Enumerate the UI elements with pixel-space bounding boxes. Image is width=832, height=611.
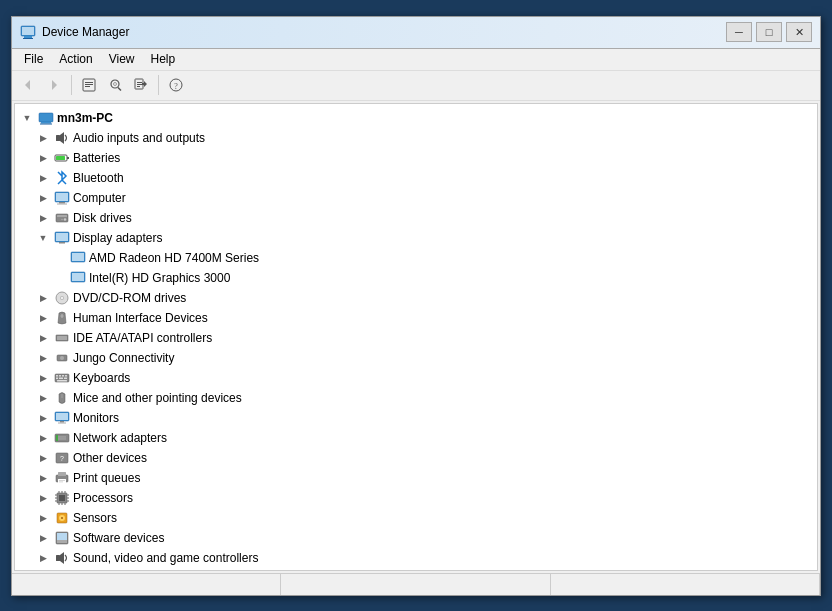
device-tree[interactable]: ▼ mn3m-PC ▶ (14, 103, 818, 571)
tree-item-disk[interactable]: ▶ Disk drives (15, 208, 817, 228)
svg-rect-63 (58, 422, 66, 423)
svg-rect-94 (57, 540, 67, 543)
computer-label: Computer (73, 191, 126, 205)
menu-help[interactable]: Help (143, 50, 184, 68)
menu-action[interactable]: Action (51, 50, 100, 68)
batteries-expander[interactable]: ▶ (35, 150, 51, 166)
tree-item-network[interactable]: ▶ Network adapters (15, 428, 817, 448)
software-icon (54, 530, 70, 546)
tree-item-sound[interactable]: ▶ Sound, video and game controllers (15, 548, 817, 568)
maximize-button[interactable]: □ (756, 22, 782, 42)
processors-expander[interactable]: ▶ (35, 490, 51, 506)
tree-item-jungo[interactable]: ▶ Jungo Connectivity (15, 348, 817, 368)
svg-marker-5 (52, 80, 57, 90)
sensors-expander[interactable]: ▶ (35, 510, 51, 526)
svg-rect-72 (58, 479, 66, 483)
status-segment-2 (281, 574, 550, 595)
svg-rect-38 (72, 253, 84, 261)
svg-rect-22 (56, 135, 60, 141)
forward-button[interactable] (42, 73, 66, 97)
intel-icon (70, 270, 86, 286)
toolbar-separator-1 (71, 75, 72, 95)
window-title: Device Manager (42, 25, 726, 39)
minimize-button[interactable]: ─ (726, 22, 752, 42)
properties-button[interactable] (77, 73, 101, 97)
bluetooth-icon (54, 170, 70, 186)
menu-file[interactable]: File (16, 50, 51, 68)
print-expander[interactable]: ▶ (35, 470, 51, 486)
tree-item-dvd[interactable]: ▶ DVD/CD-ROM drives (15, 288, 817, 308)
tree-item-software[interactable]: ▶ Software devices (15, 528, 817, 548)
computer-icon (54, 190, 70, 206)
mice-label: Mice and other pointing devices (73, 391, 242, 405)
root-expander[interactable]: ▼ (19, 110, 35, 126)
help-button[interactable]: ? (164, 73, 188, 97)
amd-label: AMD Radeon HD 7400M Series (89, 251, 259, 265)
batteries-icon (54, 150, 70, 166)
svg-rect-36 (59, 242, 65, 244)
svg-rect-51 (56, 375, 58, 377)
jungo-expander[interactable]: ▶ (35, 350, 51, 366)
computer-expander[interactable]: ▶ (35, 190, 51, 206)
tree-item-sensors[interactable]: ▶ Sensors (15, 508, 817, 528)
monitors-icon (54, 410, 70, 426)
tree-item-mice[interactable]: ▶ Mice and other pointing devices (15, 388, 817, 408)
svg-point-91 (61, 517, 63, 519)
device-manager-window: Device Manager ─ □ ✕ File Action View He… (11, 16, 821, 596)
network-expander[interactable]: ▶ (35, 430, 51, 446)
back-button[interactable] (16, 73, 40, 97)
display-expander[interactable]: ▼ (35, 230, 51, 246)
tree-item-amd[interactable]: ▶ AMD Radeon HD 7400M Series (15, 248, 817, 268)
tree-item-storage[interactable]: ▶ Storage controllers (15, 568, 817, 571)
svg-point-33 (61, 218, 63, 220)
tree-item-bluetooth[interactable]: ▶ Bluetooth (15, 168, 817, 188)
mice-icon (54, 390, 70, 406)
svg-rect-2 (23, 38, 33, 39)
tree-item-other[interactable]: ▶ ? Other devices (15, 448, 817, 468)
batteries-label: Batteries (73, 151, 120, 165)
disk-expander[interactable]: ▶ (35, 210, 51, 226)
dvd-expander[interactable]: ▶ (35, 290, 51, 306)
amd-icon (70, 250, 86, 266)
tree-item-ide[interactable]: ▶ IDE ATA/ATAPI controllers (15, 328, 817, 348)
svg-point-32 (64, 218, 66, 220)
title-bar: Device Manager ─ □ ✕ (12, 17, 820, 49)
keyboards-expander[interactable]: ▶ (35, 370, 51, 386)
tree-item-print[interactable]: ▶ Print queues (15, 468, 817, 488)
app-icon (20, 24, 36, 40)
ide-expander[interactable]: ▶ (35, 330, 51, 346)
svg-rect-73 (59, 480, 65, 481)
network-label: Network adapters (73, 431, 167, 445)
svg-rect-15 (137, 84, 142, 85)
svg-rect-24 (67, 157, 69, 159)
sound-expander[interactable]: ▶ (35, 550, 51, 566)
tree-item-monitors[interactable]: ▶ Monitors (15, 408, 817, 428)
storage-expander[interactable]: ▶ (35, 570, 51, 571)
mice-expander[interactable]: ▶ (35, 390, 51, 406)
monitors-expander[interactable]: ▶ (35, 410, 51, 426)
tree-item-root[interactable]: ▼ mn3m-PC (15, 108, 817, 128)
svg-rect-25 (56, 156, 65, 160)
tree-item-batteries[interactable]: ▶ Batteries (15, 148, 817, 168)
svg-rect-3 (22, 27, 34, 35)
tree-item-display[interactable]: ▼ Display adapters (15, 228, 817, 248)
tree-item-hid[interactable]: ▶ Human Interface Devices (15, 308, 817, 328)
bluetooth-expander[interactable]: ▶ (35, 170, 51, 186)
scan-button[interactable] (103, 73, 127, 97)
close-button[interactable]: ✕ (786, 22, 812, 42)
menu-view[interactable]: View (101, 50, 143, 68)
svg-rect-52 (59, 375, 61, 377)
tree-item-intel[interactable]: ▶ Intel(R) HD Graphics 3000 (15, 268, 817, 288)
other-expander[interactable]: ▶ (35, 450, 51, 466)
update-button[interactable] (129, 73, 153, 97)
hid-expander[interactable]: ▶ (35, 310, 51, 326)
svg-rect-7 (85, 82, 93, 83)
audio-expander[interactable]: ▶ (35, 130, 51, 146)
tree-item-audio[interactable]: ▶ Audio inputs and outputs (15, 128, 817, 148)
svg-rect-61 (56, 413, 68, 420)
tree-item-computer[interactable]: ▶ Computer (15, 188, 817, 208)
tree-item-processors[interactable]: ▶ (15, 488, 817, 508)
network-icon (54, 430, 70, 446)
tree-item-keyboards[interactable]: ▶ Keybo (15, 368, 817, 388)
software-expander[interactable]: ▶ (35, 530, 51, 546)
